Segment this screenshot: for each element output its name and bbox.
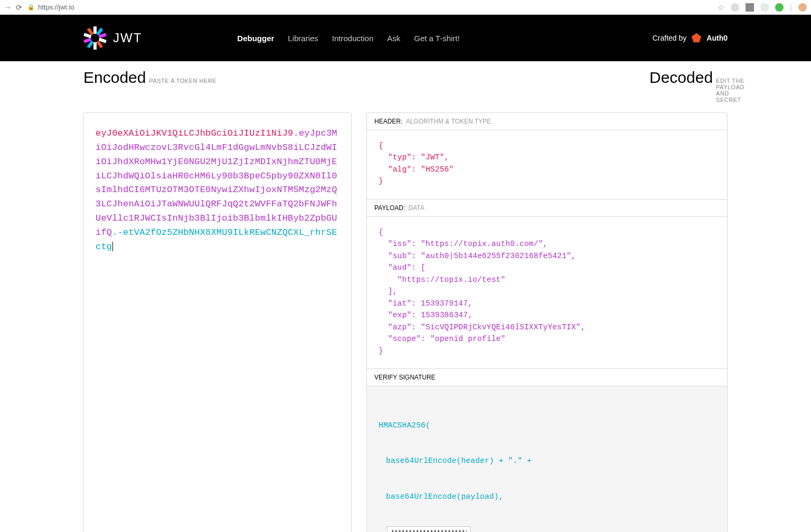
encoded-title: Encoded — [83, 69, 146, 87]
encoded-token-editor[interactable]: eyJ0eXAiOiJKV1QiLCJhbGciOiJIUzI1NiJ9.eyJ… — [83, 112, 352, 532]
decoded-title: Decoded — [649, 69, 713, 87]
star-icon[interactable]: ☆ — [718, 3, 724, 12]
nav-introduction[interactable]: Introduction — [332, 34, 373, 43]
crafted-label: Crafted by — [653, 34, 687, 42]
ext-icon-4[interactable] — [775, 3, 784, 12]
browser-nav-buttons: → ⟳ — [4, 3, 22, 12]
browser-chrome: → ⟳ 🔒 https://jwt.io ☆ G | — [0, 0, 811, 15]
forward-icon[interactable]: → — [4, 3, 12, 12]
decoded-hint: EDIT THE PAYLOAD AND SECRET — [716, 78, 744, 103]
decoded-header-json: { "typ": "JWT", "alg": "HS256" } — [379, 140, 720, 187]
encoded-hint: PASTE A TOKEN HERE — [149, 78, 216, 84]
svg-marker-10 — [692, 33, 701, 42]
decoded-header-sublabel: ALGORITHM & TOKEN TYPE — [406, 118, 491, 125]
ext-icon-g[interactable]: G — [746, 3, 754, 12]
logo-mark-icon — [83, 26, 107, 50]
token-payload-segment: eyJpc3MiOiJodHRwczovL3RvcGl4LmF1dGgwLmNv… — [96, 128, 337, 238]
ext-icon-3[interactable] — [760, 3, 769, 12]
nav-libraries[interactable]: Libraries — [288, 34, 318, 43]
decoded-header-box: HEADER: ALGORITHM & TOKEN TYPE { "typ": … — [366, 112, 728, 200]
verify-signature-label: VERIFY SIGNATURE — [374, 374, 436, 381]
secret-input[interactable] — [387, 526, 470, 532]
decoded-header-editor[interactable]: { "typ": "JWT", "alg": "HS256" } — [367, 130, 727, 199]
decoded-header-label: HEADER: — [374, 118, 402, 125]
crafted-by[interactable]: Crafted by Auth0 — [653, 32, 728, 44]
decoded-payload-json: { "iss": "https://topix.auth0.com/", "su… — [379, 226, 720, 357]
site-header: JWT Debugger Libraries Introduction Ask … — [0, 15, 811, 61]
ext-icon-1[interactable] — [731, 3, 739, 12]
svg-rect-5 — [93, 42, 97, 50]
nav-debugger[interactable]: Debugger — [237, 34, 274, 43]
verify-signature-box: VERIFY SIGNATURE HMACSHA256( base64UrlEn… — [366, 369, 728, 532]
logo[interactable]: JWT — [83, 26, 142, 50]
sig-line-1: HMACSHA256( — [379, 420, 720, 431]
auth0-name: Auth0 — [706, 34, 728, 42]
address-bar[interactable]: https://jwt.io — [38, 3, 718, 11]
token-header-segment: eyJ0eXAiOiJKV1QiLCJhbGciOiJIUzI1NiJ9 — [96, 128, 293, 138]
nav-ask[interactable]: Ask — [387, 34, 400, 43]
browser-extension-area: ☆ G | — [718, 3, 807, 12]
reload-icon[interactable]: ⟳ — [16, 3, 22, 12]
auth0-logo-icon — [691, 32, 702, 44]
decoded-payload-box: PAYLOAD: DATA { "iss": "https://topix.au… — [366, 200, 728, 369]
sig-line-3: base64UrlEncode(payload), — [386, 491, 504, 502]
decoded-payload-label: PAYLOAD: — [374, 204, 405, 212]
token-signature-segment: -etVA2fOz5ZHbNHX8XMU9ILkREwCNZQCXL_rhrSE… — [96, 227, 337, 252]
decoded-payload-editor[interactable]: { "iss": "https://topix.auth0.com/", "su… — [367, 217, 727, 368]
avatar-icon[interactable] — [798, 3, 807, 12]
decoded-payload-sublabel: DATA — [409, 204, 425, 212]
nav-tshirt[interactable]: Get a T-shirt! — [414, 34, 459, 43]
lock-icon: 🔒 — [27, 4, 35, 11]
sig-line-2: base64UrlEncode(header) + "." + — [386, 455, 532, 467]
top-nav: Debugger Libraries Introduction Ask Get … — [237, 34, 459, 43]
svg-rect-0 — [93, 26, 97, 34]
